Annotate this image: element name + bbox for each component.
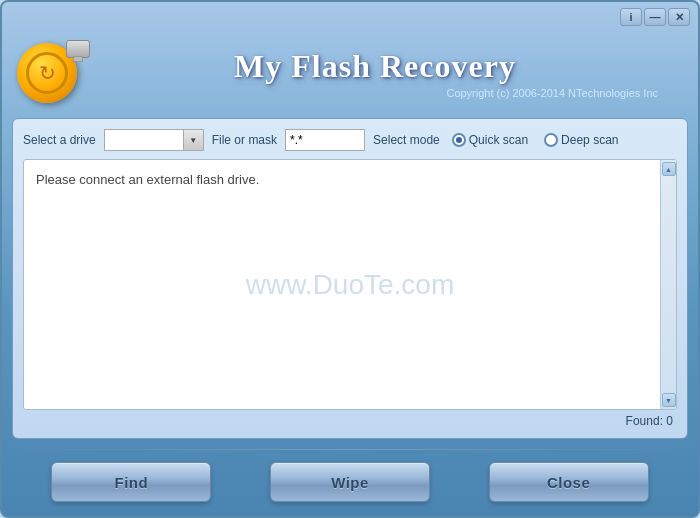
quick-scan-radio[interactable]	[452, 133, 466, 147]
found-text: Found: 0	[626, 414, 673, 428]
scan-mode-section: Quick scan Deep scan	[452, 133, 619, 147]
drive-dropdown-arrow[interactable]: ▼	[184, 129, 204, 151]
quick-scan-label: Quick scan	[469, 133, 528, 147]
minimize-button[interactable]: —	[644, 8, 666, 26]
info-button[interactable]: i	[620, 8, 642, 26]
wipe-button[interactable]: Wipe	[270, 462, 430, 502]
select-drive-label: Select a drive	[23, 133, 96, 147]
quick-scan-radio-dot	[456, 137, 462, 143]
scroll-up-arrow[interactable]: ▲	[662, 162, 676, 176]
drive-select-container: ▼	[104, 129, 204, 151]
watermark: www.DuoTe.com	[246, 269, 455, 301]
file-mask-input[interactable]	[285, 129, 365, 151]
main-content: Select a drive ▼ File or mask Select mod…	[12, 118, 688, 439]
select-mode-label: Select mode	[373, 133, 440, 147]
found-label: Found:	[626, 414, 663, 428]
title-bar: i — ✕	[2, 2, 698, 38]
copyright-text: Copyright (c) 2006-2014 NTechnologies In…	[92, 87, 658, 99]
drive-input[interactable]	[104, 129, 184, 151]
close-button[interactable]: ✕	[668, 8, 690, 26]
empty-message: Please connect an external flash drive.	[32, 168, 668, 191]
main-window: i — ✕ ↻ My Flash Recovery Copyright (c) …	[0, 0, 700, 518]
app-title-area: My Flash Recovery Copyright (c) 2006-201…	[92, 48, 678, 99]
app-header: ↻ My Flash Recovery Copyright (c) 2006-2…	[2, 38, 698, 118]
bottom-bar: Find Wipe Close	[2, 454, 698, 516]
scroll-down-arrow[interactable]: ▼	[662, 393, 676, 407]
quick-scan-option[interactable]: Quick scan	[452, 133, 528, 147]
toolbar: Select a drive ▼ File or mask Select mod…	[23, 129, 677, 151]
close-button-bottom[interactable]: Close	[489, 462, 649, 502]
refresh-icon: ↻	[39, 61, 56, 85]
app-name: My Flash Recovery	[92, 48, 658, 85]
deep-scan-radio[interactable]	[544, 133, 558, 147]
find-button[interactable]: Find	[51, 462, 211, 502]
found-count: 0	[666, 414, 673, 428]
file-list-container: Please connect an external flash drive. …	[23, 159, 677, 410]
deep-scan-label: Deep scan	[561, 133, 618, 147]
scrollbar-track: ▲ ▼	[660, 160, 676, 409]
usb-icon	[66, 40, 90, 58]
separator	[12, 449, 688, 450]
title-bar-buttons: i — ✕	[620, 8, 690, 26]
found-bar: Found: 0	[23, 410, 677, 428]
app-logo: ↻	[12, 38, 92, 108]
file-list[interactable]: Please connect an external flash drive. …	[24, 160, 676, 409]
file-mask-label: File or mask	[212, 133, 277, 147]
deep-scan-option[interactable]: Deep scan	[544, 133, 618, 147]
